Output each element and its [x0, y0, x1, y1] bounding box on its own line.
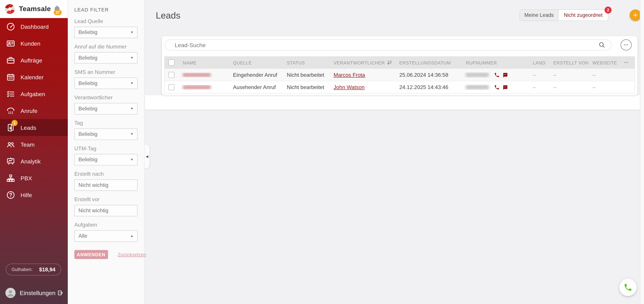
- sidebar-item-hilfe[interactable]: Hilfe: [0, 186, 68, 203]
- sms-nummer-select[interactable]: Beliebig ▼: [74, 78, 138, 89]
- sms-icon[interactable]: [502, 72, 508, 78]
- sidebar-item-kalender[interactable]: Kalender: [0, 68, 68, 85]
- add-lead-button[interactable]: +: [630, 9, 641, 21]
- sidebar-item-kunden[interactable]: Kunden: [0, 35, 68, 52]
- col-status[interactable]: STATUS: [283, 60, 330, 65]
- select-value: Beliebig: [78, 29, 129, 35]
- filter-collapse-tab[interactable]: ◀: [144, 144, 150, 169]
- tab-meine-leads[interactable]: Meine Leads: [520, 9, 558, 21]
- columns-menu-icon[interactable]: •••: [624, 61, 629, 64]
- chevron-down-icon: ▼: [130, 81, 134, 85]
- col-name[interactable]: NAME: [179, 60, 229, 65]
- lead-filter-panel: LEAD FILTER Lead Quelle Beliebig ▼ Anruf…: [68, 0, 144, 304]
- sidebar-item-label: Kunden: [20, 40, 40, 47]
- utm-tag-select[interactable]: Beliebig ▼: [74, 154, 138, 165]
- page-scrollbar[interactable]: [640, 0, 644, 304]
- cell-rufnummer: [462, 72, 529, 78]
- chevron-down-icon: ▼: [130, 56, 134, 60]
- cell-webseite: –: [588, 84, 617, 90]
- erstellt-vor-field[interactable]: [74, 205, 138, 216]
- responsible-link[interactable]: John Watson: [334, 84, 364, 90]
- row-checkbox[interactable]: [168, 72, 174, 78]
- tab-nicht-zugeordnet[interactable]: Nicht zugeordnet: [558, 9, 608, 21]
- select-value: Beliebig: [78, 157, 129, 163]
- call-icon[interactable]: [494, 84, 500, 90]
- cell-land: –: [529, 72, 549, 78]
- tag-select[interactable]: Beliebig ▼: [74, 128, 138, 140]
- tab-label: Nicht zugeordnet: [564, 12, 603, 18]
- customers-card-icon: [6, 39, 15, 48]
- responsible-link[interactable]: Marcos Frota: [334, 72, 365, 78]
- anruf-nummer-select[interactable]: Beliebig ▼: [74, 52, 138, 63]
- logout-icon[interactable]: [57, 290, 63, 296]
- erstellt-nach-input[interactable]: [78, 182, 134, 188]
- apply-button[interactable]: ANWENDEN: [74, 250, 108, 259]
- col-verantwortlicher[interactable]: VERANTWORTLICHER: [330, 60, 395, 65]
- col-webseite[interactable]: WEBSEITE: [588, 60, 617, 65]
- filter-label: Tag: [74, 120, 138, 126]
- chevron-down-icon: ▼: [130, 132, 134, 136]
- select-value: Alle: [78, 233, 129, 239]
- settings-row[interactable]: Einstellungen: [0, 285, 68, 301]
- teamsale-logo-icon[interactable]: [4, 3, 16, 15]
- col-quelle[interactable]: QUELLE: [229, 60, 282, 65]
- search-icon[interactable]: [598, 41, 606, 48]
- chevron-down-icon: ▼: [130, 30, 134, 34]
- col-erstellt-von[interactable]: ERSTELLT VON: [549, 60, 588, 65]
- search-input[interactable]: [174, 41, 598, 49]
- filter-label: Lead Quelle: [74, 18, 138, 24]
- table-row[interactable]: Eingehender Anruf Nicht bearbeitet Marco…: [165, 68, 634, 81]
- filter-label: SMS an Nummer: [74, 69, 138, 75]
- call-fab-button[interactable]: [620, 279, 636, 296]
- sidebar-item-team[interactable]: Team: [0, 136, 68, 153]
- search-pill[interactable]: [165, 39, 612, 50]
- cell-status: Nicht bearbeitet: [283, 84, 330, 90]
- col-rufnummer[interactable]: RUFNUMMER: [462, 60, 529, 65]
- balance-pill[interactable]: Guthaben: $18,94: [6, 264, 61, 275]
- leads-table: NAME QUELLE STATUS VERANTWORTLICHER ERST…: [164, 56, 635, 94]
- sidebar: Teamsale 37 Dashboard Kunden: [0, 0, 68, 304]
- sidebar-item-aufgaben[interactable]: Aufgaben: [0, 85, 68, 102]
- sidebar-item-pbx[interactable]: PBX: [0, 170, 68, 186]
- sidebar-item-analytik[interactable]: Analytik: [0, 153, 68, 170]
- sidebar-item-dashboard[interactable]: Dashboard: [0, 18, 68, 35]
- verantwortlicher-select[interactable]: Beliebig ▼: [74, 103, 138, 114]
- sidebar-item-leads[interactable]: 1 Leads: [0, 119, 68, 136]
- team-people-icon: [6, 140, 15, 149]
- plus-icon: +: [633, 10, 638, 19]
- erstellt-vor-input[interactable]: [78, 207, 134, 214]
- select-all-checkbox[interactable]: [168, 60, 174, 65]
- dashboard-icon: [6, 22, 15, 31]
- lead-quelle-select[interactable]: Beliebig ▼: [74, 27, 138, 38]
- page-title: Leads: [156, 10, 180, 21]
- erstellt-nach-field[interactable]: [74, 179, 138, 191]
- cell-webseite: –: [588, 72, 617, 78]
- select-value: Beliebig: [78, 55, 129, 61]
- call-icon[interactable]: [494, 72, 500, 78]
- col-land[interactable]: LAND: [529, 60, 549, 65]
- col-erstellungsdatum[interactable]: ERSTELLUNGSDATUM: [395, 60, 462, 65]
- sidebar-item-label: PBX: [20, 175, 32, 181]
- redacted-lead-name[interactable]: [183, 73, 211, 77]
- search-row: •••: [165, 39, 634, 50]
- table-row[interactable]: Ausehender Anruf Nicht bearbeitet John W…: [165, 81, 634, 93]
- sidebar-item-label: Aufträge: [20, 57, 42, 63]
- logo-bar: Teamsale 37: [0, 0, 68, 18]
- sms-icon[interactable]: [502, 84, 508, 90]
- avatar[interactable]: [6, 288, 16, 298]
- sidebar-item-auftraege[interactable]: Aufträge: [0, 52, 68, 68]
- sort-icon[interactable]: [387, 60, 392, 65]
- reset-link[interactable]: Zurücksetzen: [118, 252, 146, 257]
- search-options-button[interactable]: •••: [620, 39, 632, 50]
- aufgaben-select[interactable]: Alle ▲: [74, 230, 138, 242]
- sidebar-item-anrufe[interactable]: Anrufe: [0, 102, 68, 119]
- content-sheet-bottom: [145, 95, 640, 109]
- row-checkbox[interactable]: [168, 84, 174, 90]
- pbx-sitemap-icon: [6, 173, 15, 182]
- balance-value: $18,94: [39, 266, 56, 273]
- notifications-count-badge: 37: [54, 9, 62, 15]
- filter-erstellt-vor: Erstellt vor: [74, 196, 138, 216]
- redacted-lead-name[interactable]: [183, 85, 211, 89]
- leads-count-badge: 1: [12, 120, 18, 126]
- filter-label: UTM-Tag: [74, 145, 138, 151]
